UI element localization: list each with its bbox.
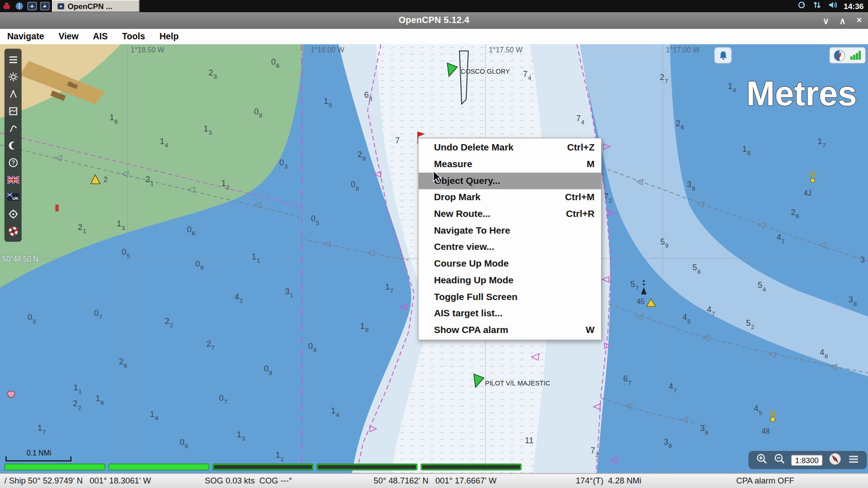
depth-sounding: 09 <box>254 107 262 117</box>
compass-gps-widget[interactable] <box>829 47 866 64</box>
menubar-item-tools[interactable]: Tools <box>115 29 152 44</box>
context-menu-item-object-query[interactable]: Object Query... <box>419 173 601 189</box>
opencpn-app-icon-2[interactable] <box>39 1 50 11</box>
chart-icon[interactable] <box>5 103 21 120</box>
context-menu-item-heading-up-mode[interactable]: Heading Up Mode <box>419 272 601 289</box>
context-menu-label: Heading Up Mode <box>434 275 514 286</box>
context-menu: Undo Delete MarkCtrl+ZMeasureMObject Que… <box>418 138 602 340</box>
chart-bar[interactable] <box>5 464 105 470</box>
context-menu-label: Toggle Full Screen <box>434 291 518 302</box>
buoy-label: 4J <box>804 189 811 197</box>
depth-sounding: 67 <box>623 374 631 385</box>
volume-icon[interactable] <box>828 0 837 11</box>
lifebuoy-icon[interactable] <box>5 222 21 239</box>
depth-sounding: 19 <box>360 322 368 332</box>
context-menu-shortcut: M <box>587 159 594 169</box>
mouse-cursor <box>432 170 443 183</box>
compass-rose-button[interactable] <box>828 452 842 468</box>
buoy-label: 45 <box>637 298 645 306</box>
status-cpa-alarm-status: CPA alarm OFF <box>736 476 794 485</box>
depth-sounding: 47 <box>669 382 677 393</box>
menubar-item-view[interactable]: View <box>52 29 86 44</box>
depth-sounding: 54 <box>758 281 766 291</box>
opencpn-window-icon <box>57 3 65 10</box>
context-menu-item-navigate-to-here[interactable]: Navigate To Here <box>419 222 601 239</box>
globe-icon[interactable] <box>14 1 25 11</box>
chart-bar[interactable] <box>316 464 417 470</box>
chart-bar[interactable] <box>212 464 313 470</box>
taskbar-left: OpenCPN ... <box>0 0 140 12</box>
context-menu-item-undo-delete-mark[interactable]: Undo Delete MarkCtrl+Z <box>419 140 601 156</box>
context-menu-label: Show CPA alarm <box>434 325 508 336</box>
depth-sounding: 18 <box>742 145 750 155</box>
shade-button[interactable]: ∨ <box>821 15 831 26</box>
mob-icon[interactable] <box>5 205 21 222</box>
uk-ensign-icon[interactable]: UK <box>5 188 21 205</box>
zoom-out-button[interactable] <box>774 453 785 467</box>
updown-arrows-icon[interactable] <box>813 0 822 11</box>
depth-sounding: 27 <box>660 73 668 83</box>
context-menu-item-ais-target-list[interactable]: AIS target list... <box>419 305 601 322</box>
context-menu-item-course-up-mode[interactable]: Course Up Mode <box>419 256 601 272</box>
context-menu-shortcut: Ctrl+R <box>566 209 594 220</box>
context-menu-item-toggle-full-screen[interactable]: Toggle Full Screen <box>419 289 601 305</box>
depth-sounding: 41 <box>777 233 785 243</box>
zoom-controls: 1:8300 <box>749 451 867 469</box>
context-menu-item-new-route[interactable]: New Route...Ctrl+R <box>419 206 601 223</box>
menubar-item-navigate[interactable]: Navigate <box>0 29 52 44</box>
bell-icon <box>718 50 728 61</box>
context-menu-item-centre-view[interactable]: Centre view... <box>419 239 601 256</box>
track-icon[interactable] <box>5 119 21 136</box>
taskbar-clock[interactable]: 14:36 <box>844 2 863 11</box>
buoy-label: 48 <box>762 427 770 435</box>
opencpn-app-icon[interactable] <box>27 1 38 11</box>
menu-bar: NavigateViewAISToolsHelp <box>0 29 868 45</box>
chart-bar[interactable] <box>421 464 522 470</box>
route-icon[interactable] <box>5 85 21 103</box>
toolbar-toggle-button[interactable] <box>848 455 859 465</box>
maximize-button[interactable]: ∧ <box>837 15 848 26</box>
depth-sounding: 05 <box>311 214 319 225</box>
taskbar-window-label: OpenCPN ... <box>67 2 112 11</box>
depth-sounding: 39 <box>687 180 695 191</box>
context-menu-item-show-cpa-alarm[interactable]: Show CPA alarmW <box>419 322 601 339</box>
depth-sounding: 7 <box>395 136 400 144</box>
depth-sounding: 57 <box>630 280 638 290</box>
uk-flag-icon[interactable] <box>5 171 21 188</box>
settings-icon[interactable] <box>5 68 21 85</box>
depth-sounding: 72 <box>590 446 599 457</box>
window-titlebar[interactable]: OpenCPN 5.12.4 ∨ ∧ × <box>0 12 868 29</box>
depth-sounding: 36 <box>700 424 708 435</box>
network-icon[interactable] <box>797 0 806 11</box>
night-mode-icon[interactable] <box>5 136 21 154</box>
menu-icon[interactable] <box>5 51 21 68</box>
help-icon[interactable]: ? <box>5 154 21 171</box>
status-bearing-range: 174°(T) 4.28 NMi <box>576 476 641 485</box>
window-title: OpenCPN 5.12.4 <box>399 15 470 25</box>
depth-sounding: 15 <box>324 97 332 107</box>
depth-sounding: 07 <box>94 309 102 319</box>
context-menu-item-measure[interactable]: MeasureM <box>419 156 601 173</box>
depth-sounding: 74 <box>576 114 584 124</box>
taskbar-tray: 14:36 <box>797 0 868 12</box>
zoom-in-button[interactable] <box>756 453 768 467</box>
context-menu-shortcut: Ctrl+Z <box>567 142 594 153</box>
chart-bar[interactable] <box>108 464 209 470</box>
depth-sounding: 58 <box>693 263 701 273</box>
raspberry-menu-icon[interactable] <box>1 1 12 11</box>
screen: OpenCPN ... 14:36 OpenCPN 5.12.4 ∨ ∧ × N… <box>0 0 868 488</box>
depth-sounding: 13 <box>237 430 245 441</box>
depth-sounding: 21 <box>78 223 86 233</box>
depth-sounding: 26 <box>119 357 127 367</box>
alert-bell-button[interactable] <box>714 47 732 64</box>
status-sog-cog: SOG 0.03 kts COG ---° <box>205 476 292 485</box>
depth-sounding: 03 <box>279 158 288 169</box>
menubar-item-help[interactable]: Help <box>152 29 186 44</box>
menubar-item-ais[interactable]: AIS <box>86 29 115 44</box>
close-button[interactable]: × <box>854 15 864 25</box>
taskbar-window-button[interactable]: OpenCPN ... <box>52 0 139 12</box>
depth-sounding: 17 <box>38 423 46 434</box>
scale-bar <box>5 456 71 461</box>
context-menu-item-drop-mark[interactable]: Drop MarkCtrl+M <box>419 189 601 206</box>
depth-sounding: 47 <box>707 305 715 315</box>
